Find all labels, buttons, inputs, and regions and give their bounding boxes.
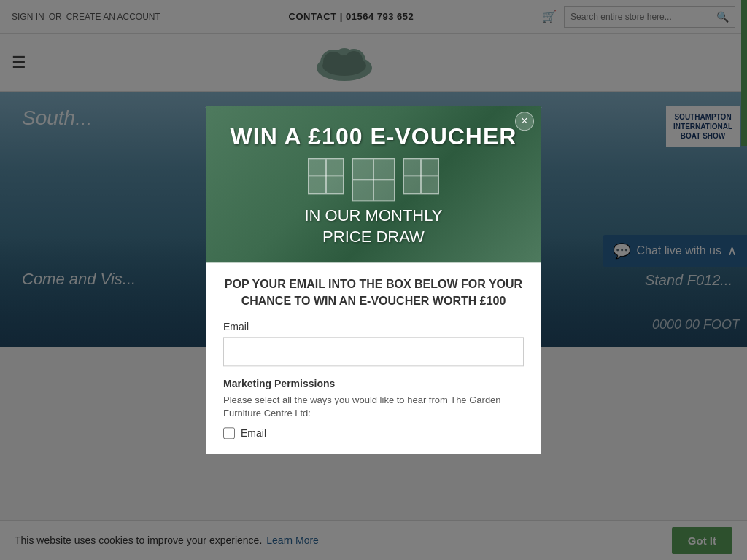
email-label: Email (223, 321, 524, 332)
modal-header-subtitle: IN OUR MONTHLY PRICE DRAW (304, 206, 442, 247)
modal-body-title: POP YOUR EMAIL INTO THE BOX BELOW FOR YO… (223, 277, 524, 310)
marketing-section: Marketing Permissions Please select all … (223, 378, 524, 439)
modal-body: POP YOUR EMAIL INTO THE BOX BELOW FOR YO… (206, 262, 541, 454)
email-checkbox-label: Email (241, 428, 266, 440)
gifts-decoration (308, 158, 439, 201)
email-input[interactable] (223, 337, 524, 366)
marketing-title: Marketing Permissions (223, 378, 524, 389)
marketing-desc: Please select all the ways you would lik… (223, 394, 524, 420)
email-checkbox[interactable] (223, 428, 235, 440)
modal-close-button[interactable]: × (515, 112, 534, 131)
modal-header-title: WIN A £100 E-VOUCHER (231, 123, 517, 150)
gift-box-1 (308, 158, 344, 194)
email-checkbox-row: Email (223, 428, 524, 440)
modal-header: × WIN A £100 E-VOUCHER IN OUR MONTHLY PR… (206, 106, 541, 262)
gift-box-2 (352, 158, 395, 201)
voucher-modal: × WIN A £100 E-VOUCHER IN OUR MONTHLY PR… (206, 106, 541, 454)
gift-box-3 (403, 158, 439, 194)
